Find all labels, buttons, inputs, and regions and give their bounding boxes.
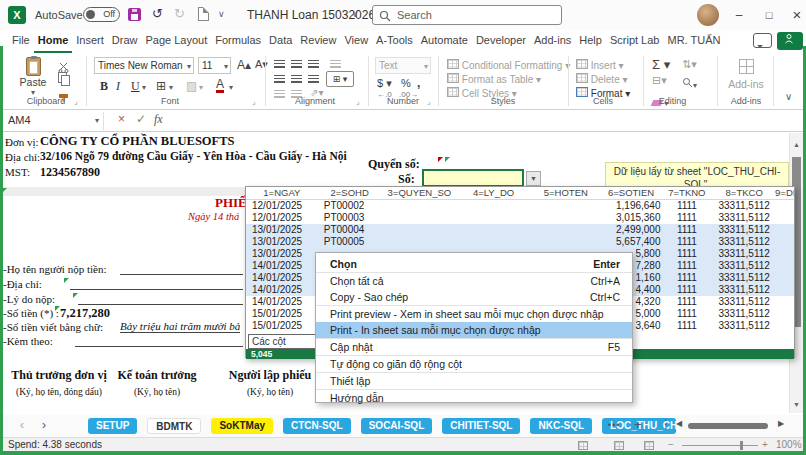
name-box[interactable]: AM4 ▾ (4, 112, 104, 130)
sheet-tab[interactable]: BDMTK (147, 418, 201, 434)
zoom-out-icon[interactable]: − (668, 439, 674, 450)
chevron-down-icon[interactable]: ▾ (229, 83, 233, 92)
cancel-icon[interactable]: × (118, 112, 125, 126)
chevron-down-icon[interactable]: ∨ (352, 9, 359, 19)
minimize-button[interactable]: – (726, 0, 752, 30)
ribbon-tab[interactable]: Review (296, 30, 340, 53)
search-input[interactable]: Search (372, 5, 562, 25)
context-menu-item[interactable]: Cập nhật F5 (316, 339, 632, 356)
dropdown-row[interactable]: 12/01/2025 PT00002 1,196,640 1111 33311,… (246, 200, 794, 212)
ribbon-tab[interactable]: A-Tools (372, 30, 417, 53)
collapse-ribbon-icon[interactable]: ∨ (785, 91, 792, 102)
ribbon-tab[interactable]: Formulas (211, 30, 265, 53)
hscroll-left-icon[interactable]: ◀ (676, 419, 682, 428)
zoom-slider-thumb[interactable] (740, 441, 743, 450)
formula-input[interactable] (176, 110, 806, 131)
autosave-toggle[interactable]: Off (83, 7, 120, 22)
enter-icon[interactable]: ✓ (136, 112, 146, 126)
ribbon-tab[interactable]: Draw (108, 30, 142, 53)
customize-quick-access-icon[interactable]: ∨ (218, 9, 225, 19)
dropdown-row[interactable]: 13/01/2025 PT00004 2,499,000 1111 33311,… (246, 224, 794, 236)
align-left-icon[interactable] (274, 75, 285, 83)
page-layout-view-icon[interactable] (614, 441, 624, 450)
so-dropdown-button[interactable]: ▼ (526, 171, 541, 186)
next-sheet-icon[interactable]: › (42, 418, 46, 432)
find-select-button[interactable]: ▾ (682, 74, 697, 92)
ribbon-tab[interactable]: Add-ins (530, 30, 575, 53)
page-break-view-icon[interactable] (644, 441, 654, 450)
context-menu-item[interactable]: Chọn Enter (316, 256, 632, 273)
font-size-select[interactable]: 11▾ (198, 57, 231, 74)
zoom-slider[interactable] (682, 445, 758, 446)
undo-icon[interactable]: ↺ (152, 7, 163, 21)
normal-view-icon[interactable] (578, 441, 588, 450)
sheet-tab[interactable]: SoKTMay (211, 418, 273, 434)
scroll-down-icon[interactable]: ▼ (793, 401, 800, 408)
align-top-icon[interactable] (274, 60, 285, 68)
horizontal-scrollbar[interactable] (688, 423, 772, 429)
paste-button[interactable]: Paste ▾ (14, 57, 52, 97)
ribbon-tab[interactable]: File (8, 30, 34, 53)
context-menu-item[interactable]: Print - In sheet sau mỗi mục chọn được n… (316, 322, 632, 339)
prev-sheet-icon[interactable]: ‹ (20, 418, 24, 432)
italic-button[interactable]: I (116, 79, 120, 94)
alignment-dialog-launcher-icon[interactable]: ⌟ (356, 97, 360, 106)
sheet-tab[interactable]: CHITIET-SQL (442, 418, 520, 434)
bold-button[interactable]: B (100, 79, 108, 94)
zoom-level[interactable]: 100% (776, 439, 802, 450)
scrollbar-thumb[interactable] (688, 423, 768, 429)
ribbon-tab[interactable]: Automate (417, 30, 472, 53)
excel-app-icon[interactable]: X (8, 6, 26, 24)
align-right-icon[interactable] (308, 75, 319, 83)
sheet-tab[interactable]: SETUP (88, 418, 137, 434)
context-menu-item[interactable]: Chọn tất cả Ctrl+A (316, 273, 632, 289)
ribbon-tab[interactable]: Page Layout (141, 30, 211, 53)
dropdown-row[interactable]: 13/01/2025 PT00005 5,657,400 1111 33311,… (246, 236, 794, 248)
font-color-icon[interactable]: A (216, 78, 224, 93)
insert-function-icon[interactable]: fx (154, 112, 163, 127)
dropdown-row[interactable]: 12/01/2025 PT00003 3,015,360 1111 33311,… (246, 212, 794, 224)
clipboard-dialog-launcher-icon[interactable]: ⌟ (74, 97, 78, 106)
ribbon-tab[interactable]: Data (265, 30, 296, 53)
document-title[interactable]: THANH Loan 15032026... (247, 8, 385, 22)
maximize-button[interactable]: □ (756, 0, 782, 30)
scroll-up-icon[interactable]: ▲ (793, 141, 800, 148)
chevron-down-icon[interactable]: ▾ (142, 83, 146, 92)
sheet-options-icon[interactable]: ⋮ (660, 417, 672, 431)
autosum-icon[interactable]: Σ ▾ (652, 57, 670, 72)
share-button[interactable] (777, 32, 803, 50)
context-menu-item[interactable]: Tự động co giãn độ rộng cột (316, 356, 632, 373)
sheet-tab[interactable]: SOCAI-SQL (361, 418, 433, 434)
merge-center-button[interactable]: ⊞ ▾ (326, 71, 354, 87)
font-dialog-launcher-icon[interactable]: ⌟ (252, 97, 256, 106)
ribbon-tab[interactable]: Developer (472, 30, 530, 53)
ribbon-tab[interactable]: Home (34, 30, 73, 53)
more-sheets-icon[interactable]: ••• (608, 420, 620, 430)
close-button[interactable]: × (784, 0, 806, 30)
ribbon-tab[interactable]: Insert (72, 30, 108, 53)
avatar[interactable] (697, 4, 719, 26)
print-preview-icon[interactable] (198, 7, 209, 21)
fill-color-icon[interactable]: ▨ (186, 79, 197, 93)
copy-button[interactable] (58, 72, 67, 83)
grow-font-icon[interactable]: A▴ (237, 58, 251, 72)
sheet-tab[interactable]: CTCN-SQL (283, 418, 351, 434)
save-icon[interactable] (128, 8, 141, 21)
so-input[interactable] (422, 169, 524, 187)
ribbon-tab[interactable]: View (340, 30, 372, 53)
comments-icon[interactable] (753, 33, 772, 48)
context-menu-item[interactable]: Print preview - Xem in sheet sau mỗi mục… (316, 306, 632, 322)
context-menu-item[interactable]: Thiết lập (316, 373, 632, 390)
number-dialog-launcher-icon[interactable]: ⌟ (427, 97, 431, 106)
ribbon-tab[interactable]: Help (575, 30, 606, 53)
hscroll-right-icon[interactable]: ▶ (778, 419, 784, 428)
comma-style-icon[interactable]: , (417, 76, 420, 90)
context-menu-item[interactable]: Copy - Sao chép Ctrl+C (316, 289, 632, 306)
ribbon-tab[interactable]: Script Lab (606, 30, 664, 53)
sheet-tab[interactable]: NKC-SQL (530, 418, 592, 434)
zoom-in-icon[interactable]: + (762, 439, 768, 450)
borders-icon[interactable]: ⊞ (156, 79, 166, 93)
align-middle-icon[interactable] (291, 60, 302, 68)
chevron-down-icon[interactable]: ▾ (169, 83, 173, 92)
columns-filter-box[interactable]: Các cột (248, 334, 322, 349)
